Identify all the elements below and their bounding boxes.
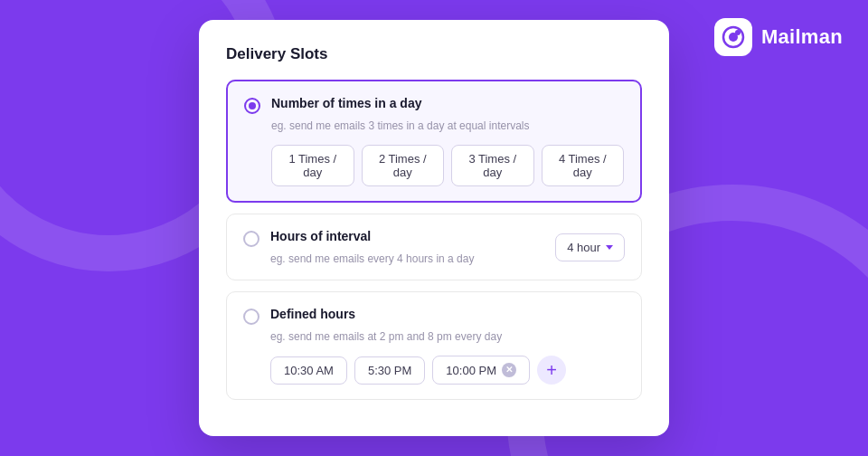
add-slot-button[interactable]: + (537, 356, 566, 385)
section-1-header: Number of times in a day (244, 96, 624, 114)
section-3-header: Defined hours (243, 307, 625, 325)
section-2-desc: eg. send me emails every 4 hours in a da… (270, 252, 474, 265)
interval-left: Hours of interval eg. send me emails eve… (243, 229, 474, 265)
section-defined-hours: Defined hours eg. send me emails at 2 pm… (226, 291, 642, 400)
logo: Mailman (714, 18, 843, 56)
hour-select-value: 4 hour (567, 241, 600, 254)
delivery-slots-card: Delivery Slots Number of times in a day … (199, 20, 669, 436)
slot-530pm-label: 5:30 PM (368, 364, 411, 377)
times-4-button[interactable]: 4 Times / day (542, 145, 625, 186)
radio-defined-hours[interactable] (243, 309, 259, 325)
slot-1030am[interactable]: 10:30 AM (270, 356, 347, 385)
slot-530pm[interactable]: 5:30 PM (354, 356, 425, 385)
times-buttons-row: 1 Times / day 2 Times / day 3 Times / da… (271, 145, 624, 186)
add-icon: + (546, 361, 557, 379)
dropdown-arrow-icon (606, 245, 613, 250)
section-times-in-day: Number of times in a day eg. send me ema… (226, 80, 642, 203)
section-3-label: Defined hours (270, 307, 355, 321)
interval-row: Hours of interval eg. send me emails eve… (243, 229, 625, 265)
logo-icon (714, 18, 752, 56)
svg-point-2 (735, 30, 741, 35)
times-3-button[interactable]: 3 Times / day (451, 145, 534, 186)
slot-1000pm-label: 10:00 PM (446, 364, 496, 377)
section-1-label-group: Number of times in a day (271, 96, 421, 110)
section-3-desc: eg. send me emails at 2 pm and 8 pm ever… (270, 330, 625, 343)
times-1-button[interactable]: 1 Times / day (271, 145, 354, 186)
section-1-desc: eg. send me emails 3 times in a day at e… (271, 119, 624, 132)
section-1-label: Number of times in a day (271, 96, 421, 110)
times-2-button[interactable]: 2 Times / day (362, 145, 445, 186)
section-hours-interval: Hours of interval eg. send me emails eve… (226, 214, 642, 280)
radio-times-in-day[interactable] (244, 98, 260, 114)
close-slot-icon[interactable]: ✕ (502, 363, 516, 377)
card-title: Delivery Slots (226, 45, 642, 63)
section-2-header: Hours of interval (243, 229, 474, 247)
radio-hours-interval[interactable] (243, 231, 259, 247)
slot-1000pm[interactable]: 10:00 PM ✕ (432, 356, 530, 385)
logo-text: Mailman (761, 25, 843, 49)
section-2-label: Hours of interval (270, 229, 371, 243)
defined-slots-row: 10:30 AM 5:30 PM 10:00 PM ✕ + (270, 356, 625, 385)
slot-1030am-label: 10:30 AM (284, 364, 334, 377)
hour-select-dropdown[interactable]: 4 hour (555, 233, 625, 261)
